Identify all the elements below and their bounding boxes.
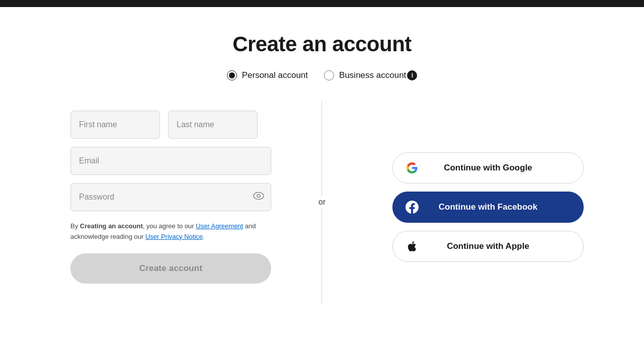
facebook-button-label: Continue with Facebook bbox=[439, 202, 537, 212]
continue-with-google-button[interactable]: Continue with Google bbox=[392, 152, 584, 184]
page-title: Create an account bbox=[232, 32, 412, 56]
svg-point-0 bbox=[254, 193, 264, 200]
top-bar bbox=[0, 0, 644, 7]
google-button-label: Continue with Google bbox=[444, 163, 532, 173]
business-account-label: Business account bbox=[339, 70, 406, 80]
personal-account-option[interactable]: Personal account bbox=[227, 70, 308, 80]
right-panel: Continue with Google Continue with Faceb… bbox=[322, 101, 644, 304]
create-account-button[interactable]: Create account bbox=[70, 253, 271, 284]
business-account-option[interactable]: Business account i bbox=[324, 70, 417, 80]
last-name-input[interactable] bbox=[168, 111, 258, 139]
personal-account-radio[interactable] bbox=[227, 70, 237, 80]
user-agreement-link[interactable]: User Agreement bbox=[196, 222, 243, 230]
privacy-notice-link[interactable]: User Privacy Notice bbox=[145, 233, 203, 240]
business-info-icon[interactable]: i bbox=[407, 70, 417, 80]
or-divider: or bbox=[318, 196, 326, 209]
google-icon bbox=[405, 161, 419, 175]
first-name-input[interactable] bbox=[70, 111, 160, 139]
apple-button-label: Continue with Apple bbox=[447, 241, 529, 251]
left-panel: By Creating an account, you agree to our… bbox=[0, 101, 322, 304]
name-row bbox=[70, 111, 271, 139]
password-input[interactable] bbox=[70, 183, 271, 211]
svg-point-1 bbox=[257, 195, 260, 198]
terms-text: By Creating an account, you agree to our… bbox=[70, 221, 271, 242]
email-input[interactable] bbox=[70, 147, 271, 175]
personal-account-label: Personal account bbox=[242, 70, 308, 80]
apple-icon bbox=[405, 239, 419, 253]
continue-with-apple-button[interactable]: Continue with Apple bbox=[392, 231, 584, 262]
page-container: Create an account Personal account Busin… bbox=[0, 7, 644, 362]
main-wrapper: By Creating an account, you agree to our… bbox=[0, 101, 644, 304]
continue-with-facebook-button[interactable]: Continue with Facebook bbox=[392, 192, 584, 223]
account-type-selector: Personal account Business account i bbox=[227, 70, 418, 80]
facebook-icon bbox=[405, 200, 419, 214]
show-password-icon[interactable] bbox=[253, 192, 264, 203]
business-account-radio[interactable] bbox=[324, 70, 334, 80]
